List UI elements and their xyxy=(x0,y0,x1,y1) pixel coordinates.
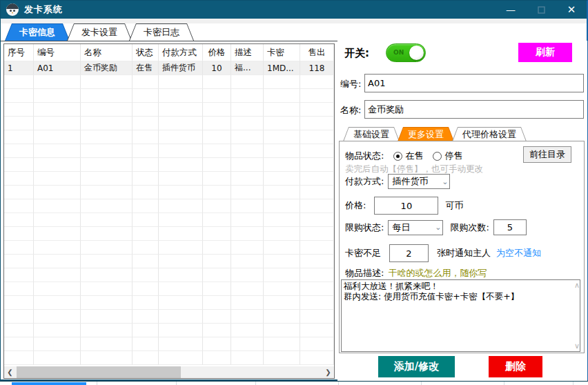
table-empty-cell xyxy=(300,199,334,213)
table-header-cell: 编号 xyxy=(34,44,81,61)
table-empty-cell xyxy=(203,172,231,186)
table-empty-cell xyxy=(133,117,159,130)
desc-label: 物品描述: xyxy=(345,267,384,279)
table-row[interactable]: 1A01金币奖励在售插件货币10福...1MD...118 xyxy=(4,61,334,75)
tab-card-info[interactable]: 卡密信息 xyxy=(5,23,70,41)
radio-stop-sale[interactable]: 停售 xyxy=(433,150,462,162)
table-empty-cell xyxy=(133,186,159,199)
table-empty-cell xyxy=(4,324,34,337)
table-empty-row xyxy=(4,310,334,324)
limit-period-select[interactable]: 每日 ⌄ xyxy=(388,220,443,235)
scrollbar-track[interactable] xyxy=(16,366,322,378)
radio-selected-icon[interactable] xyxy=(393,152,402,161)
maximize-icon[interactable] xyxy=(526,1,556,19)
name-input[interactable] xyxy=(364,100,584,119)
table-cell: 10 xyxy=(203,61,231,75)
radio-unselected-icon[interactable] xyxy=(433,152,442,161)
table-empty-cell xyxy=(264,351,300,365)
horizontal-scrollbar[interactable]: ❮ ❯ xyxy=(4,366,334,378)
scrollbar-thumb[interactable] xyxy=(17,366,181,378)
table-empty-cell xyxy=(231,103,264,117)
table-empty-cell xyxy=(133,268,159,282)
table-empty-cell xyxy=(231,351,264,365)
status-row: 物品状态: 在售 停售 xyxy=(345,150,462,162)
tab-card-log[interactable]: 卡密日志 xyxy=(129,23,194,41)
table-empty-cell xyxy=(159,158,203,172)
scroll-right-icon[interactable]: ❯ xyxy=(322,366,334,378)
delete-button[interactable]: 删除 xyxy=(489,356,542,377)
close-icon[interactable]: ✕ xyxy=(556,1,587,19)
notify-suffix-label: 张时通知主人 xyxy=(437,247,491,259)
table-empty-cell xyxy=(264,324,300,337)
notify-prefix-label: 卡密不足 xyxy=(345,247,381,259)
table-header-cell: 序号 xyxy=(4,44,34,61)
toggle-knob[interactable] xyxy=(409,46,424,60)
table-empty-cell xyxy=(231,296,264,310)
table-empty-cell xyxy=(203,282,231,296)
table-empty-cell xyxy=(159,241,203,255)
table-empty-cell xyxy=(81,199,133,213)
limit-count-input[interactable] xyxy=(493,219,527,235)
table-empty-cell xyxy=(203,117,231,130)
table-empty-cell xyxy=(300,186,334,199)
empty-no-notify-link[interactable]: 为空不通知 xyxy=(496,247,541,259)
table-empty-row xyxy=(4,351,334,365)
table-header-cell: 价格 xyxy=(203,44,231,61)
code-input[interactable] xyxy=(364,74,584,92)
table-empty-cell xyxy=(231,324,264,337)
table-empty-cell xyxy=(81,324,133,337)
tab-issue-settings[interactable]: 发卡设置 xyxy=(67,23,132,41)
table-header-cell: 付款方式 xyxy=(159,44,203,61)
table-empty-cell xyxy=(231,75,264,89)
table-empty-cell xyxy=(34,351,81,365)
table-empty-cell xyxy=(264,227,300,241)
table-empty-cell xyxy=(264,296,300,310)
table-empty-cell xyxy=(34,75,81,89)
table-empty-cell xyxy=(159,172,203,186)
description-textarea[interactable]: 福利大放送！抓紧来吧！ 群内发送: 使用货币充值卡密+卡密【不要+】 xyxy=(341,279,580,352)
table-empty-cell xyxy=(81,75,133,89)
notify-threshold-input[interactable] xyxy=(389,244,429,262)
table-cell: 1MD... xyxy=(264,61,300,75)
add-modify-button[interactable]: 添加/修改 xyxy=(378,356,455,377)
scroll-up-icon[interactable]: ∧ xyxy=(574,281,580,290)
table-empty-cell xyxy=(300,158,334,172)
radio-on-sale[interactable]: 在售 xyxy=(393,150,423,162)
tab-more-settings[interactable]: 更多设置 xyxy=(398,127,454,141)
table-empty-row xyxy=(4,255,334,268)
refresh-button[interactable]: 刷新 xyxy=(518,43,572,62)
table-empty-cell xyxy=(133,241,159,255)
scroll-left-icon[interactable]: ❮ xyxy=(4,366,16,378)
table-empty-cell xyxy=(264,144,300,158)
table-empty-cell xyxy=(34,213,81,227)
table-empty-cell xyxy=(4,282,34,296)
table-empty-cell xyxy=(81,255,133,268)
table-empty-cell xyxy=(81,310,133,324)
table-empty-row xyxy=(4,296,334,310)
table-empty-cell xyxy=(4,268,34,282)
limit-row: 限购状态: 每日 ⌄ 限购次数: xyxy=(345,219,527,235)
table-empty-cell xyxy=(300,282,334,296)
table-empty-cell xyxy=(231,117,264,130)
goto-directory-button[interactable]: 前往目录 xyxy=(523,146,571,163)
background-window-tick xyxy=(97,382,97,385)
table-empty-cell xyxy=(264,172,300,186)
table-empty-cell xyxy=(300,255,334,268)
table-empty-cell xyxy=(133,158,159,172)
pay-method-select[interactable]: 插件货币 ⌄ xyxy=(388,174,450,189)
tab-basic-settings[interactable]: 基础设置 xyxy=(343,127,400,141)
on-off-toggle[interactable]: ON xyxy=(386,43,426,62)
table-empty-cell xyxy=(4,144,34,158)
minimize-icon[interactable]: — xyxy=(496,1,526,19)
scroll-down-icon[interactable]: ∨ xyxy=(574,342,580,351)
tab-agent-price-settings[interactable]: 代理价格设置 xyxy=(452,127,527,141)
price-input[interactable] xyxy=(374,197,438,215)
table-empty-cell xyxy=(34,255,81,268)
table-empty-cell xyxy=(81,213,133,227)
table-empty-cell xyxy=(264,255,300,268)
table-empty-cell xyxy=(81,117,133,130)
table-cell: 118 xyxy=(300,61,334,75)
table-empty-row xyxy=(4,103,334,117)
table-empty-cell xyxy=(231,186,264,199)
table-empty-cell xyxy=(133,172,159,186)
